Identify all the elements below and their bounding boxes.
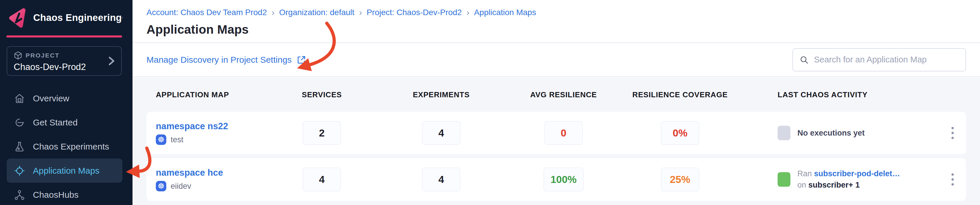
brand-row: Chaos Engineering bbox=[0, 0, 132, 35]
flask-icon bbox=[14, 141, 25, 152]
application-maps-page: Chaos Engineering PROJECT Chaos-Dev-Prod… bbox=[0, 0, 980, 205]
sidebar-menu: Overview Get Started Chaos Experiment bbox=[0, 86, 132, 205]
breadcrumb-separator: › bbox=[271, 8, 274, 17]
sidebar-item-chaos-experiments[interactable]: Chaos Experiments bbox=[0, 134, 132, 159]
kubernetes-icon: ☸ bbox=[156, 134, 166, 145]
module-grid-icon[interactable] bbox=[122, 12, 123, 24]
services-count: 4 bbox=[302, 167, 341, 191]
chevron-right-icon bbox=[108, 55, 115, 67]
breadcrumb-separator: › bbox=[359, 8, 362, 17]
sidebar-item-label: Chaos Experiments bbox=[33, 142, 109, 151]
experiments-count: 4 bbox=[422, 167, 460, 191]
sidebar-item-label: Application Maps bbox=[33, 166, 99, 176]
application-maps-table: APPLICATION MAP SERVICES EXPERIMENTS AVG… bbox=[132, 77, 980, 205]
resilience-coverage-value: 0% bbox=[661, 121, 699, 145]
avg-resilience-value: 100% bbox=[543, 167, 584, 191]
row-menu-kebab-icon[interactable] bbox=[948, 124, 957, 142]
last-run-link[interactable]: subscriber-pod-delet… bbox=[814, 169, 900, 178]
row-menu-kebab-icon[interactable] bbox=[948, 170, 957, 188]
home-icon bbox=[14, 93, 25, 104]
cube-icon bbox=[14, 51, 22, 60]
sidebar-item-label: Overview bbox=[33, 93, 69, 103]
search-box bbox=[792, 48, 966, 71]
activity-status-swatch bbox=[778, 126, 791, 140]
brand-title: Chaos Engineering bbox=[33, 12, 122, 23]
activity-text: Ran subscriber-pod-delet… on subscriber+… bbox=[797, 168, 900, 191]
experiments-count: 4 bbox=[422, 121, 460, 145]
sidebar-item-application-maps[interactable]: Application Maps bbox=[7, 159, 123, 183]
hub-network-icon bbox=[14, 189, 25, 200]
col-header-avg-resilience: AVG RESILIENCE bbox=[500, 90, 628, 99]
breadcrumb-separator: › bbox=[466, 8, 469, 17]
col-header-application-map: APPLICATION MAP bbox=[156, 90, 261, 99]
col-header-experiments: EXPERIMENTS bbox=[383, 90, 500, 99]
activity-text: No executions yet bbox=[797, 129, 865, 138]
sidebar: Chaos Engineering PROJECT Chaos-Dev-Prod… bbox=[0, 0, 132, 205]
search-icon bbox=[799, 55, 809, 65]
kubernetes-icon: ☸ bbox=[156, 181, 166, 191]
brand-accent-divider bbox=[6, 35, 122, 38]
sidebar-item-label: Get Started bbox=[33, 118, 78, 128]
sidebar-item-overview[interactable]: Overview bbox=[0, 86, 132, 110]
table-header-row: APPLICATION MAP SERVICES EXPERIMENTS AVG… bbox=[146, 77, 966, 112]
application-maps-icon bbox=[14, 165, 25, 176]
external-link-icon bbox=[296, 55, 306, 65]
toolbar: Manage Discovery in Project Settings bbox=[132, 43, 980, 77]
project-label: PROJECT bbox=[25, 52, 60, 59]
main-content: Account: Chaos Dev Team Prod2 › Organiza… bbox=[132, 0, 980, 205]
get-started-icon bbox=[14, 117, 25, 128]
col-header-services: SERVICES bbox=[261, 90, 383, 99]
project-name: Chaos-Dev-Prod2 bbox=[14, 62, 115, 72]
sidebar-item-get-started[interactable]: Get Started bbox=[0, 110, 132, 134]
resilience-coverage-value: 25% bbox=[661, 167, 699, 191]
services-count: 2 bbox=[302, 121, 341, 145]
breadcrumb-current-link[interactable]: Application Maps bbox=[474, 8, 536, 17]
search-input[interactable] bbox=[814, 55, 959, 65]
activity-status-swatch bbox=[778, 172, 791, 187]
application-map-link[interactable]: namespace ns22 bbox=[156, 121, 228, 131]
col-header-resilience-coverage: RESILIENCE COVERAGE bbox=[628, 90, 732, 99]
breadcrumb-org-link[interactable]: Organization: default bbox=[279, 8, 354, 17]
page-title: Application Maps bbox=[146, 23, 966, 36]
breadcrumb-account-link[interactable]: Account: Chaos Dev Team Prod2 bbox=[146, 8, 267, 17]
avg-resilience-value: 0 bbox=[544, 121, 583, 145]
breadcrumb: Account: Chaos Dev Team Prod2 › Organiza… bbox=[146, 8, 966, 17]
application-map-link[interactable]: namespace hce bbox=[156, 167, 223, 178]
manage-discovery-link[interactable]: Manage Discovery in Project Settings bbox=[146, 55, 306, 65]
sidebar-item-chaoshubs[interactable]: ChaosHubs bbox=[0, 183, 132, 205]
page-header: Account: Chaos Dev Team Prod2 › Organiza… bbox=[132, 0, 980, 43]
run-target: subscriber+ 1 bbox=[808, 181, 860, 189]
manage-discovery-label: Manage Discovery in Project Settings bbox=[146, 55, 292, 65]
chaos-engineering-logo-icon bbox=[8, 7, 29, 28]
breadcrumb-project-link[interactable]: Project: Chaos-Dev-Prod2 bbox=[367, 8, 462, 17]
namespace-label: eiidev bbox=[171, 182, 191, 191]
project-selector[interactable]: PROJECT Chaos-Dev-Prod2 bbox=[7, 46, 122, 76]
table-row[interactable]: namespace hce ☸ eiidev 4 4 100% 25% Ran … bbox=[146, 158, 966, 201]
col-header-last-chaos-activity: LAST CHAOS ACTIVITY bbox=[732, 90, 936, 99]
sidebar-item-label: ChaosHubs bbox=[33, 190, 79, 200]
table-row[interactable]: namespace ns22 ☸ test 2 4 0 0% No execut… bbox=[146, 112, 966, 154]
namespace-label: test bbox=[171, 135, 183, 144]
